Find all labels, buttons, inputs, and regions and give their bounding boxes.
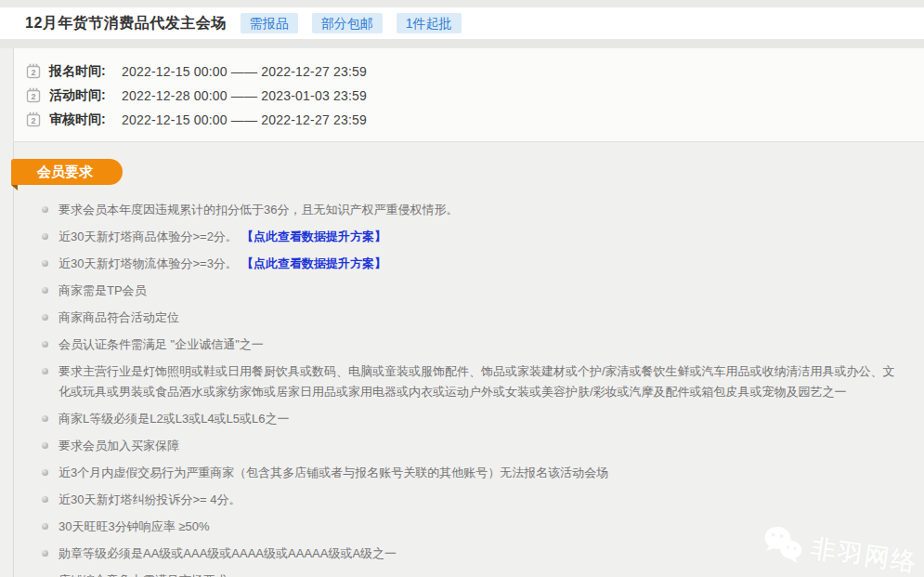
top-strip bbox=[0, 0, 924, 7]
schedule-panel: 2 报名时间: 2022-12-15 00:00 —— 2022-12-27 2… bbox=[14, 48, 924, 142]
bullet-icon bbox=[42, 523, 48, 530]
requirement-item: 近3个月内虚假交易行为严重商家（包含其多店铺或者与报名账号关联的其他账号）无法报… bbox=[42, 463, 905, 483]
calendar-icon: 2 bbox=[26, 111, 41, 127]
requirement-text: 近3个月内虚假交易行为严重商家（包含其多店铺或者与报名账号关联的其他账号）无法报… bbox=[59, 466, 608, 479]
bullet-icon bbox=[42, 415, 48, 422]
bullet-icon bbox=[42, 206, 48, 213]
requirement-item: 商家需是TP会员 bbox=[42, 281, 905, 301]
requirement-item: 会员认证条件需满足 "企业诚信通"之一 bbox=[42, 334, 905, 355]
activity-time-value: 2022-12-28 00:00 —— 2023-01-03 23:59 bbox=[122, 88, 367, 103]
requirement-item: 近30天新灯塔商品体验分>=2分。【点此查看数据提升方案】 bbox=[42, 227, 905, 247]
ribbon-wrap: 会员要求 bbox=[11, 159, 924, 185]
calendar-icon: 2 bbox=[26, 87, 41, 103]
page-title: 12月年货节消费品代发主会场 bbox=[25, 14, 227, 33]
requirement-text: 近30天新灯塔商品体验分>=2分。 bbox=[59, 229, 238, 243]
signup-time-label: 报名时间: bbox=[49, 63, 112, 80]
member-requirements-section: 会员要求 要求会员本年度因违规累计的扣分低于36分，且无知识产权严重侵权情形。 … bbox=[14, 142, 924, 577]
bullet-icon bbox=[42, 287, 48, 294]
requirement-text: 30天旺旺3分钟响应率 ≥50% bbox=[59, 519, 209, 533]
requirement-text: 商家需是TP会员 bbox=[59, 283, 147, 297]
bullet-icon bbox=[42, 368, 48, 374]
bullet-icon bbox=[42, 496, 48, 503]
requirement-text: 要求会员加入买家保障 bbox=[59, 439, 179, 452]
svg-text:2: 2 bbox=[31, 68, 35, 77]
review-time-row: 2 审核时间: 2022-12-15 00:00 —— 2022-12-27 2… bbox=[26, 108, 924, 131]
ribbon-fold bbox=[11, 185, 18, 190]
requirement-item: 30天旺旺3分钟响应率 ≥50% bbox=[42, 517, 905, 537]
signup-time-value: 2022-12-15 00:00 —— 2022-12-27 23:59 bbox=[122, 64, 367, 79]
requirement-item: 近30天新灯塔物流体验分>=3分。【点此查看数据提升方案】 bbox=[42, 254, 905, 274]
bullet-icon bbox=[42, 469, 48, 476]
requirement-item: 勋章等级必须是AA级或AAA级或AAAA级或AAAAA级或A级之一 bbox=[42, 544, 905, 564]
signup-time-row: 2 报名时间: 2022-12-15 00:00 —— 2022-12-27 2… bbox=[26, 59, 924, 83]
data-improvement-link[interactable]: 【点此查看数据提升方案】 bbox=[241, 229, 386, 243]
bullet-icon bbox=[42, 260, 48, 267]
header-bar: 12月年货节消费品代发主会场 需报品 部分包邮 1件起批 bbox=[0, 7, 924, 39]
requirement-text: 要求主营行业是灯饰照明或鞋或日用餐厨饮具或数码、电脑或童装或服饰配件、饰品或家装… bbox=[59, 364, 895, 399]
requirement-item: 近30天新灯塔纠纷投诉分>= 4分。 bbox=[42, 490, 905, 510]
member-requirements-ribbon: 会员要求 bbox=[11, 159, 123, 185]
requirement-text: 近30天新灯塔物流体验分>=3分。 bbox=[59, 256, 238, 270]
activity-time-label: 活动时间: bbox=[49, 87, 112, 104]
requirement-text: 商家商品符合活动定位 bbox=[59, 310, 179, 324]
requirements-list: 要求会员本年度因违规累计的扣分低于36分，且无知识产权严重侵权情形。 近30天新… bbox=[14, 200, 924, 577]
requirement-text: 店铺综合竞争力需满足市场要求 bbox=[59, 573, 228, 577]
main-content: 2 报名时间: 2022-12-15 00:00 —— 2022-12-27 2… bbox=[13, 48, 924, 577]
requirement-item: 商家商品符合活动定位 bbox=[42, 308, 905, 328]
calendar-icon: 2 bbox=[26, 63, 41, 79]
review-time-value: 2022-12-15 00:00 —— 2022-12-27 23:59 bbox=[122, 112, 367, 127]
bullet-icon bbox=[42, 442, 48, 449]
requirement-item: 要求会员本年度因违规累计的扣分低于36分，且无知识产权严重侵权情形。 bbox=[42, 200, 905, 220]
requirement-text: 近30天新灯塔纠纷投诉分>= 4分。 bbox=[59, 492, 241, 506]
requirement-item: 店铺综合竞争力需满足市场要求 bbox=[42, 570, 905, 577]
svg-text:2: 2 bbox=[31, 116, 35, 125]
badge-min-batch-one: 1件起批 bbox=[397, 13, 462, 33]
requirement-item: 商家L等级必须是L2或L3或L4或L5或L6之一 bbox=[42, 409, 905, 429]
review-time-label: 审核时间: bbox=[49, 111, 112, 128]
requirement-text: 会员认证条件需满足 "企业诚信通"之一 bbox=[59, 337, 264, 351]
requirement-item: 要求会员加入买家保障 bbox=[42, 436, 905, 456]
bullet-icon bbox=[42, 314, 48, 321]
divider-band bbox=[0, 39, 924, 48]
requirement-text: 商家L等级必须是L2或L3或L4或L5或L6之一 bbox=[59, 412, 290, 426]
activity-time-row: 2 活动时间: 2022-12-28 00:00 —— 2023-01-03 2… bbox=[26, 84, 924, 107]
badge-need-report-item: 需报品 bbox=[241, 13, 298, 33]
bullet-icon bbox=[42, 233, 48, 240]
bullet-icon bbox=[42, 341, 48, 348]
requirement-text: 勋章等级必须是AA级或AAA级或AAAA级或AAAAA级或A级之一 bbox=[59, 546, 397, 560]
bullet-icon bbox=[42, 550, 48, 557]
svg-text:2: 2 bbox=[31, 92, 35, 101]
data-improvement-link[interactable]: 【点此查看数据提升方案】 bbox=[241, 256, 386, 270]
requirement-item: 要求主营行业是灯饰照明或鞋或日用餐厨饮具或数码、电脑或童装或服饰配件、饰品或家装… bbox=[42, 361, 905, 402]
requirement-text: 要求会员本年度因违规累计的扣分低于36分，且无知识产权严重侵权情形。 bbox=[59, 203, 458, 216]
badge-partial-free-shipping: 部分包邮 bbox=[312, 13, 383, 33]
